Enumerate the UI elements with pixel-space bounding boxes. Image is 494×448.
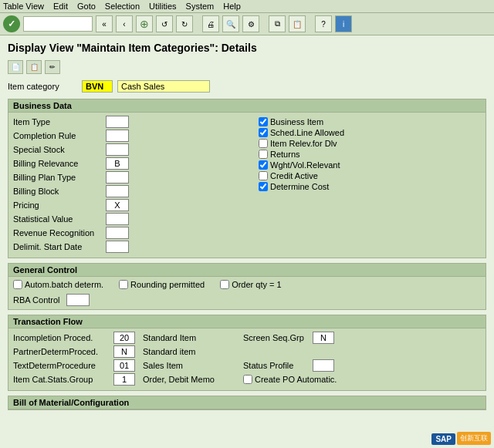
partner-determ-input[interactable] xyxy=(113,345,135,358)
rba-label: RBA Control xyxy=(13,295,60,305)
rounding-checkbox[interactable] xyxy=(119,280,128,289)
order-qty-checkbox[interactable] xyxy=(220,280,229,289)
incompletion-input[interactable] xyxy=(113,332,135,344)
item-type-input[interactable] xyxy=(106,116,129,128)
rba-input[interactable] xyxy=(66,294,90,306)
order-debit-label: Order, Debit Memo xyxy=(143,375,235,384)
business-item-checkbox[interactable] xyxy=(259,117,268,126)
item-type-row: Item Type xyxy=(13,116,235,128)
item-category-code[interactable]: BVN xyxy=(82,80,113,93)
text-determ-input[interactable] xyxy=(113,359,135,372)
autom-batch-cb-row: Autom.batch determ. xyxy=(13,280,103,289)
general-control-header: General Control xyxy=(8,264,486,277)
nav-back-btn[interactable]: ‹ xyxy=(116,15,133,32)
help-btn[interactable]: ? xyxy=(315,15,332,32)
toolbar: ✓ « ‹ ⊕ ↺ ↻ 🖨 🔍 ⚙ ⧉ 📋 ? i xyxy=(0,13,494,35)
billing-relevance-row: Billing Relevance xyxy=(13,157,235,170)
menu-edit[interactable]: Edit xyxy=(53,2,68,11)
item-category-description[interactable]: Cash Sales xyxy=(117,80,210,93)
menu-system[interactable]: System xyxy=(186,2,215,11)
billing-relevance-label: Billing Relevance xyxy=(13,159,106,168)
nav-first-btn[interactable]: « xyxy=(96,15,113,32)
command-field[interactable] xyxy=(23,16,93,32)
returns-cb-row: Returns xyxy=(259,150,481,159)
sched-line-checkbox[interactable] xyxy=(259,128,268,137)
status-indicator: ✓ xyxy=(3,15,20,32)
trans-row-1: Incompletion Proced. Standard Item Scree… xyxy=(13,332,481,344)
delimit-date-input[interactable] xyxy=(106,241,129,253)
business-data-cols: Item Type Completion Rule Special Stock … xyxy=(13,116,481,254)
autom-batch-checkbox[interactable] xyxy=(13,280,22,289)
billing-plan-label: Billing Plan Type xyxy=(13,173,106,182)
order-qty-cb-row: Order qty = 1 xyxy=(220,280,282,289)
business-data-section: Business Data Item Type Completion Rule … xyxy=(8,99,486,258)
sub-btn-2[interactable]: 📋 xyxy=(26,60,42,74)
billing-relevance-input[interactable] xyxy=(106,157,129,170)
info-btn[interactable]: i xyxy=(335,15,352,32)
status-profile-input[interactable] xyxy=(313,359,334,372)
order-qty-label: Order qty = 1 xyxy=(232,280,282,289)
pricing-input[interactable] xyxy=(106,199,129,211)
special-stock-label: Special Stock xyxy=(13,145,106,154)
special-stock-row: Special Stock xyxy=(13,143,235,156)
text-determ-label: TextDetermProcedure xyxy=(13,361,113,370)
item-relev-label: Item Relev.for Dlv xyxy=(270,139,337,148)
determine-cost-cb-row: Determine Cost xyxy=(259,182,481,191)
completion-rule-label: Completion Rule xyxy=(13,131,106,140)
refresh-btn[interactable]: ↺ xyxy=(156,15,173,32)
item-cat-stats-input[interactable] xyxy=(113,373,135,386)
status-profile-label: Status Profile xyxy=(243,361,313,370)
menu-goto[interactable]: Goto xyxy=(77,2,96,11)
statistical-value-row: Statistical Value xyxy=(13,213,235,225)
sap-logo: SAP xyxy=(431,433,455,445)
billing-plan-input[interactable] xyxy=(106,171,129,184)
rba-row: RBA Control xyxy=(8,294,486,309)
billing-block-input[interactable] xyxy=(106,185,129,197)
item-type-label: Item Type xyxy=(13,117,106,126)
item-relev-checkbox[interactable] xyxy=(259,139,268,148)
credit-active-checkbox[interactable] xyxy=(259,171,268,180)
refresh2-btn[interactable]: ↻ xyxy=(176,15,193,32)
screen-seq-input[interactable] xyxy=(313,332,334,344)
copy-btn[interactable]: ⧉ xyxy=(269,15,286,32)
returns-label: Returns xyxy=(270,150,300,159)
item-relev-cb-row: Item Relev.for Dlv xyxy=(259,139,481,148)
create-po-checkbox[interactable] xyxy=(243,375,252,384)
sub-btn-1[interactable]: 📄 xyxy=(8,60,23,74)
trans-row-3: TextDetermProcedure Sales Item Status Pr… xyxy=(13,359,481,372)
menu-utilities[interactable]: Utilities xyxy=(149,2,176,11)
revenue-recognition-input[interactable] xyxy=(106,227,129,239)
sub-toolbar: 📄 📋 ✏ xyxy=(8,60,486,74)
determine-cost-label: Determine Cost xyxy=(270,182,329,191)
standard-item-label-1: Standard Item xyxy=(143,333,235,342)
business-data-header: Business Data xyxy=(8,99,486,113)
billing-plan-row: Billing Plan Type xyxy=(13,171,235,184)
pricing-label: Pricing xyxy=(13,200,106,210)
returns-checkbox[interactable] xyxy=(259,150,268,159)
create-po-cb-row: Create PO Automatic. xyxy=(243,375,337,384)
pricing-row: Pricing xyxy=(13,199,235,211)
revenue-recognition-label: Revenue Recognition xyxy=(13,228,106,237)
menu-tableview[interactable]: Table View xyxy=(3,2,44,11)
menu-help[interactable]: Help xyxy=(223,2,241,11)
weight-vol-checkbox[interactable] xyxy=(259,160,268,170)
general-control-section: General Control Autom.batch determ. Roun… xyxy=(8,263,486,310)
save-btn[interactable]: ⊕ xyxy=(136,15,153,32)
special-stock-input[interactable] xyxy=(106,143,129,156)
find-btn[interactable]: 🔍 xyxy=(222,15,239,32)
business-data-body: Item Type Completion Rule Special Stock … xyxy=(8,113,486,258)
determine-cost-checkbox[interactable] xyxy=(259,182,268,191)
sub-btn-3[interactable]: ✏ xyxy=(45,60,60,74)
weight-vol-cb-row: Wght/Vol.Relevant xyxy=(259,160,481,170)
weight-vol-label: Wght/Vol.Relevant xyxy=(270,160,340,170)
settings-btn[interactable]: ⚙ xyxy=(242,15,259,32)
rounding-cb-row: Rounding permitted xyxy=(119,280,205,289)
trans-row-4: Item Cat.Stats.Group Order, Debit Memo C… xyxy=(13,373,481,386)
menu-selection[interactable]: Selection xyxy=(105,2,140,11)
paste-btn[interactable]: 📋 xyxy=(289,15,306,32)
completion-rule-input[interactable] xyxy=(106,130,129,142)
statistical-value-input[interactable] xyxy=(106,213,129,225)
create-po-label: Create PO Automatic. xyxy=(255,375,337,384)
print-btn[interactable]: 🖨 xyxy=(202,15,219,32)
watermark: 创新互联 xyxy=(457,432,491,445)
